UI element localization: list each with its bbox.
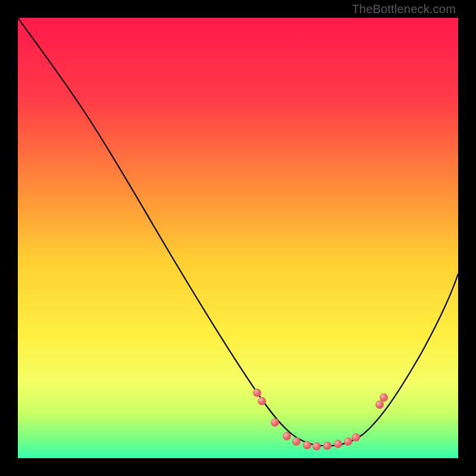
bead	[303, 441, 311, 449]
bottleneck-chart	[18, 18, 458, 458]
bead	[283, 432, 291, 440]
watermark-text: TheBottleneck.com	[352, 2, 456, 16]
bead	[271, 418, 279, 427]
bead	[258, 397, 266, 405]
bead	[352, 433, 360, 441]
gradient-background	[18, 18, 458, 458]
bead	[380, 393, 388, 402]
bead	[323, 441, 331, 450]
chart-frame	[18, 18, 458, 458]
bead	[334, 440, 342, 448]
bead	[312, 442, 321, 450]
bead	[253, 389, 261, 397]
bead	[375, 400, 384, 409]
bead	[292, 437, 300, 446]
bead	[344, 437, 352, 446]
